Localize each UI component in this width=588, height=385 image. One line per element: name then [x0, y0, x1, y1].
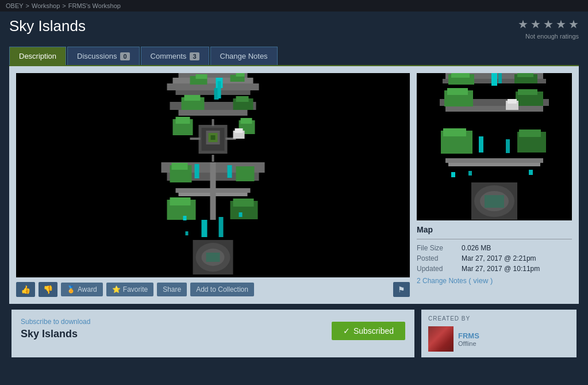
creator-avatar-img [428, 326, 454, 352]
award-label: Award [78, 285, 97, 293]
svg-rect-25 [190, 138, 201, 140]
file-size-key: File Size [417, 244, 457, 252]
svg-rect-64 [498, 73, 502, 83]
star-3: ★ [543, 17, 554, 31]
favorite-button[interactable]: ⭐ Favorite [106, 283, 153, 296]
breadcrumb-sep-1: > [26, 2, 29, 9]
action-buttons: 👍 👎 🏅 Award ⭐ Favorite Share Add to C [16, 282, 410, 297]
award-button[interactable]: 🏅 Award [61, 283, 103, 296]
subscribe-check-icon: ✓ [343, 326, 350, 336]
thumbdown-icon: 👎 [43, 285, 53, 294]
svg-rect-76 [519, 129, 541, 137]
content-panel: 👍 👎 🏅 Award ⭐ Favorite Share Add to C [9, 66, 579, 304]
view-link[interactable]: ( view ) [468, 276, 493, 285]
right-section: Map File Size 0.026 MB Posted Mar 27, 20… [417, 73, 572, 297]
svg-rect-60 [451, 73, 470, 78]
svg-rect-22 [211, 135, 216, 140]
svg-rect-17 [236, 96, 249, 102]
rating-area: ★ ★ ★ ★ ★ Not enough ratings [518, 17, 579, 40]
thumbdown-button[interactable]: 👎 [39, 282, 57, 297]
svg-rect-52 [233, 199, 254, 207]
tab-description-label: Description [19, 52, 56, 60]
star-1: ★ [518, 17, 528, 31]
svg-rect-44 [202, 220, 207, 237]
svg-rect-55 [186, 231, 189, 235]
main-image [16, 73, 410, 277]
svg-rect-63 [491, 73, 497, 86]
page-title: Sky Islands [9, 17, 86, 35]
svg-rect-43 [206, 253, 220, 262]
star-5: ★ [568, 17, 579, 31]
updated-key: Updated [417, 265, 457, 273]
tab-changenotes[interactable]: Change Notes [210, 47, 278, 65]
tab-discussions-label: Discussions [77, 52, 117, 60]
file-size-row: File Size 0.026 MB [417, 244, 572, 252]
breadcrumb: OBEY > Workshop > FRMS's Workshop [0, 0, 588, 12]
svg-rect-13 [179, 110, 248, 116]
add-collection-label: Add to Collection [196, 285, 248, 293]
svg-rect-87 [468, 171, 472, 176]
subscribe-box: Subscribe to download Sky Islands ✓ Subs… [11, 310, 414, 357]
change-notes-link[interactable]: 2 Change Notes [417, 277, 467, 285]
svg-rect-84 [485, 195, 504, 208]
svg-rect-62 [517, 73, 533, 77]
svg-rect-11 [218, 81, 221, 98]
main-map-svg [16, 73, 410, 277]
tab-description[interactable]: Description [9, 47, 66, 65]
svg-rect-37 [236, 166, 255, 181]
creator-info: FRMS Offline [458, 331, 479, 347]
tab-discussions[interactable]: Discussions 0 [67, 47, 139, 65]
creator-name[interactable]: FRMS [458, 331, 479, 340]
bottom-section: Subscribe to download Sky Islands ✓ Subs… [9, 310, 579, 357]
breadcrumb-sep-2: > [62, 2, 66, 9]
tab-comments-label: Comments [151, 52, 187, 60]
thumbnail-map-svg [417, 73, 572, 220]
flag-icon: ⚑ [398, 285, 405, 294]
breadcrumb-workshop[interactable]: Workshop [32, 2, 60, 9]
created-by-box: CREATED BY FRMS Offline [421, 310, 577, 357]
thumbup-button[interactable]: 👍 [16, 282, 35, 297]
flag-button[interactable]: ⚑ [393, 282, 410, 297]
tabs-bar: Description Discussions 0 Comments 3 Cha… [9, 47, 579, 66]
svg-rect-77 [479, 136, 483, 153]
svg-rect-3 [167, 83, 259, 90]
svg-rect-74 [443, 128, 466, 136]
add-collection-button[interactable]: Add to Collection [190, 283, 254, 296]
creator-row: FRMS Offline [428, 326, 570, 352]
tab-comments[interactable]: Comments 3 [141, 47, 209, 65]
svg-rect-39 [235, 128, 243, 133]
map-label: Map [417, 225, 572, 234]
svg-rect-30 [241, 118, 252, 124]
thumbup-icon: 👍 [21, 285, 30, 294]
subscribe-button[interactable]: ✓ Subscribed [332, 322, 405, 340]
share-button[interactable]: Share [157, 283, 187, 296]
svg-rect-45 [219, 217, 224, 237]
svg-rect-33 [195, 164, 199, 178]
change-notes-row: 2 Change Notes ( view ) [417, 276, 572, 285]
svg-rect-80 [448, 163, 540, 166]
file-size-val: 0.026 MB [462, 244, 491, 252]
posted-val: Mar 27, 2017 @ 2:21pm [462, 254, 536, 262]
rating-label: Not enough ratings [518, 33, 579, 40]
star-2: ★ [531, 17, 541, 31]
divider-1 [417, 239, 572, 239]
left-section: 👍 👎 🏅 Award ⭐ Favorite Share Add to C [16, 73, 410, 297]
title-row: Sky Islands ★ ★ ★ ★ ★ Not enough ratings [9, 17, 579, 40]
created-by-label: CREATED BY [428, 315, 570, 322]
award-icon: 🏅 [67, 285, 75, 293]
updated-val: Mar 27, 2017 @ 10:11pm [462, 265, 540, 273]
svg-rect-36 [172, 163, 188, 170]
svg-rect-6 [196, 74, 207, 79]
breadcrumb-frms-workshop[interactable]: FRMS's Workshop [68, 2, 121, 9]
svg-rect-66 [445, 106, 543, 112]
svg-rect-4 [176, 90, 251, 95]
share-label: Share [163, 285, 181, 293]
breadcrumb-obey[interactable]: OBEY [6, 2, 24, 9]
svg-rect-48 [210, 162, 216, 220]
svg-rect-86 [529, 170, 533, 175]
creator-avatar [428, 326, 454, 352]
tab-comments-badge: 3 [190, 52, 199, 60]
subscribe-button-label: Subscribed [353, 326, 394, 336]
tab-discussions-badge: 0 [120, 52, 129, 60]
svg-rect-54 [239, 212, 243, 217]
